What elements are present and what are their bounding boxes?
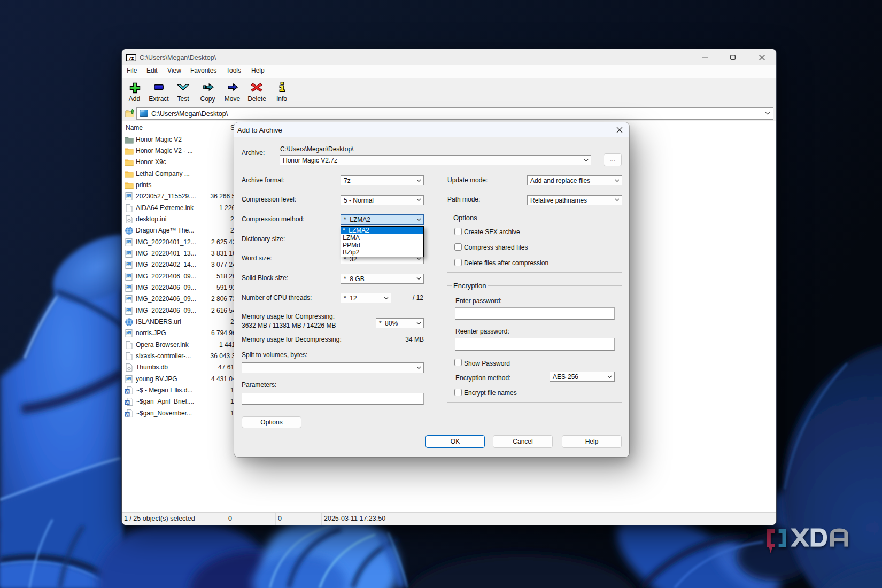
svg-text:W: W <box>126 400 130 405</box>
svg-text:7z: 7z <box>129 56 134 61</box>
svg-text:W: W <box>126 389 130 393</box>
svg-text:W: W <box>126 412 130 416</box>
